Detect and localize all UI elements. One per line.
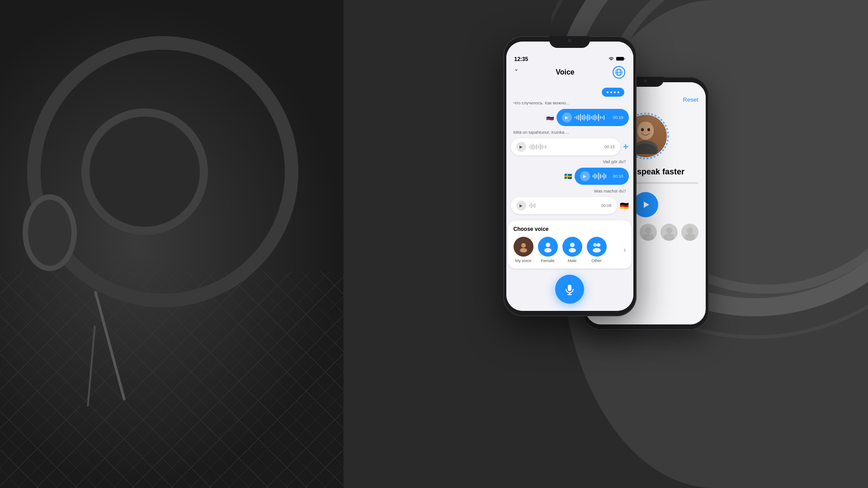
- svg-point-8: [544, 248, 552, 253]
- sent-audio-row-1: 🇷🇺 ▶: [511, 109, 629, 126]
- svg-point-21: [641, 128, 644, 131]
- sent-audio-bubble-1[interactable]: ▶: [557, 109, 629, 126]
- phone-notch: [549, 36, 590, 48]
- play-button-1[interactable]: ▶: [562, 113, 572, 122]
- voice-options: My voice Female Male: [514, 237, 626, 263]
- duration-2: 00:15: [604, 145, 615, 149]
- my-voice-avatar: [514, 237, 533, 257]
- svg-rect-1: [624, 58, 625, 60]
- voice-chevron[interactable]: ›: [623, 246, 626, 254]
- chat-area: ● ● ● ● Что случилось. Как можно... 🇷🇺 ▶: [506, 81, 633, 219]
- phone-screen: 12:35 ˅ Voice: [506, 42, 633, 311]
- msg-text-2: Mitä on tapahtunut. Kuinka ...: [511, 130, 629, 135]
- camera-dot: [568, 39, 571, 42]
- small-avatar-2[interactable]: [660, 224, 678, 241]
- choose-voice-title: Choose voice: [514, 226, 626, 232]
- plus-button[interactable]: +: [623, 141, 629, 153]
- camera-dot-2: [644, 79, 647, 82]
- reset-button[interactable]: Reset: [683, 96, 698, 103]
- male-avatar: [562, 237, 582, 257]
- small-avatar-1[interactable]: [640, 224, 657, 241]
- status-icons: [608, 56, 625, 62]
- svg-point-31: [687, 227, 693, 234]
- duration-4: 00:08: [601, 203, 612, 208]
- play-button-2[interactable]: ▶: [516, 142, 526, 152]
- msg-text-1: Что случилось. Как можно...: [511, 100, 629, 105]
- voice-option-other[interactable]: Other: [587, 237, 607, 263]
- voice-clone-play-button[interactable]: [633, 192, 658, 217]
- svg-point-6: [520, 248, 527, 253]
- female-avatar: [538, 237, 558, 257]
- svg-marker-24: [644, 202, 649, 208]
- status-time: 12:35: [514, 56, 528, 62]
- sent-audio-row-2: 🇸🇪 ▶ 00:10: [511, 168, 629, 185]
- svg-point-7: [546, 243, 550, 247]
- other-label: Other: [591, 258, 602, 263]
- received-audio-bubble-2[interactable]: ▶ 00:08: [511, 197, 617, 214]
- partial-bubble-row: ● ● ● ●: [511, 85, 629, 97]
- duration-3: 00:10: [613, 174, 623, 178]
- headphone-earcup: [23, 194, 77, 271]
- received-audio-bubble-1[interactable]: ▶ 00:15: [511, 138, 620, 155]
- svg-point-9: [570, 243, 575, 247]
- play-button-3[interactable]: ▶: [580, 171, 590, 181]
- sent-text-vad: Vad gör du?: [600, 159, 628, 164]
- waveform-2: [529, 143, 602, 151]
- mic-button-area: [506, 270, 633, 311]
- svg-point-11: [593, 243, 597, 247]
- svg-point-30: [664, 234, 675, 241]
- voice-option-my-voice[interactable]: My voice: [514, 237, 533, 263]
- waveform-4: [529, 202, 599, 210]
- choose-voice-panel: Choose voice My voice Female: [508, 221, 632, 268]
- msg-received-text-2: Mitä on tapahtunut. Kuinka ...: [511, 130, 629, 135]
- wifi-icon: [608, 56, 614, 62]
- msg-received-text-1: Что случилось. Как можно...: [511, 100, 629, 105]
- svg-point-12: [597, 243, 600, 247]
- svg-rect-0: [616, 57, 624, 61]
- small-avatar-3[interactable]: [681, 224, 698, 241]
- msg-text-3: Was machst du?: [591, 188, 628, 193]
- svg-point-27: [645, 227, 651, 234]
- svg-point-29: [666, 227, 672, 234]
- phones-container: 12:35 ˅ Voice: [344, 23, 868, 465]
- waveform-3: [593, 172, 610, 180]
- svg-point-28: [643, 234, 654, 241]
- received-audio-row-1: ▶ 00:15: [511, 138, 629, 155]
- svg-rect-14: [568, 285, 571, 291]
- svg-point-32: [684, 234, 695, 241]
- svg-point-5: [521, 243, 526, 248]
- svg-point-20: [637, 122, 654, 140]
- header-title: Voice: [556, 68, 575, 76]
- back-chevron[interactable]: ˅: [514, 68, 518, 77]
- mic-button[interactable]: [555, 275, 584, 304]
- headphone-inner: [81, 108, 208, 235]
- male-label: Male: [568, 258, 577, 263]
- svg-point-10: [569, 248, 576, 253]
- sent-audio-bubble-2[interactable]: ▶ 00:10: [575, 168, 629, 185]
- voice-option-male[interactable]: Male: [562, 237, 582, 263]
- german-flag: 🇩🇪: [620, 202, 629, 210]
- duration-1: 00:19: [613, 115, 623, 120]
- my-voice-label: My voice: [515, 258, 532, 263]
- female-label: Female: [541, 258, 554, 263]
- svg-point-22: [647, 128, 650, 131]
- other-avatar: [587, 237, 607, 257]
- waveform-1: [575, 113, 610, 122]
- russian-flag: 🇷🇺: [546, 114, 554, 121]
- globe-button[interactable]: [613, 66, 625, 79]
- partial-bubble: ● ● ● ●: [602, 88, 624, 97]
- phone-main: 12:35 ˅ Voice: [503, 36, 637, 316]
- received-audio-row-2: ▶ 00:08 🇩🇪: [511, 197, 629, 214]
- voice-option-female[interactable]: Female: [538, 237, 558, 263]
- sent-text-row: Vad gör du?: [511, 159, 629, 164]
- background-headphone: [0, 0, 344, 488]
- battery-icon: [616, 56, 625, 62]
- received-text-row-3: Was machst du?: [511, 188, 629, 193]
- svg-point-13: [593, 248, 601, 253]
- play-button-4[interactable]: ▶: [516, 201, 526, 211]
- app-header: ˅ Voice: [506, 63, 633, 81]
- swedish-flag: 🇸🇪: [564, 173, 572, 180]
